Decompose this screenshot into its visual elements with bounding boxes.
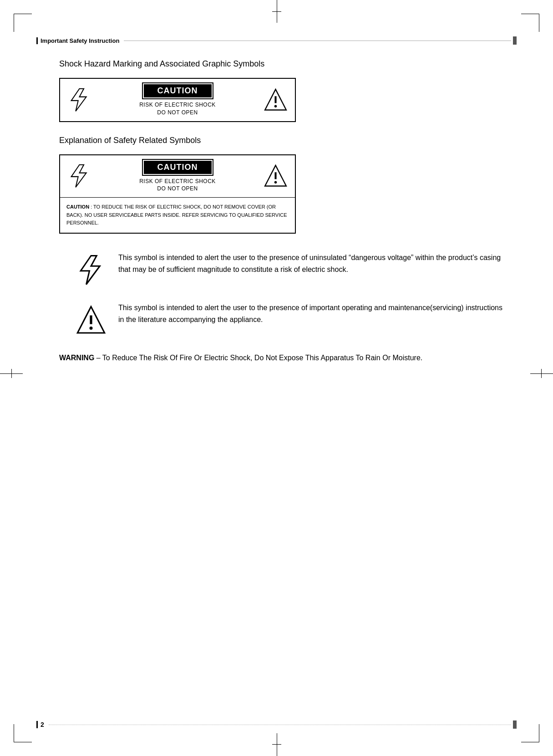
caution-box-1-right-icon <box>256 82 295 118</box>
symbol1-icon-container <box>73 254 109 286</box>
lightning-bolt-icon <box>67 87 92 112</box>
symbol1-description: This symbol is intended to alert the use… <box>73 252 507 286</box>
caution-line2: DO NOT OPEN <box>139 109 216 117</box>
caution-box-1-center: CAUTION RISK OF ELECTRIC SHOCK DO NOT OP… <box>99 79 256 121</box>
lightning-bolt-icon-2 <box>67 163 92 189</box>
caution-box-2-description: CAUTION : TO REDUCE THE RISK OF ELECTRIC… <box>60 198 295 233</box>
svg-rect-2 <box>274 96 276 103</box>
caution-box-2-top: CAUTION RISK OF ELECTRIC SHOCK DO NOT OP… <box>60 155 295 198</box>
corner-mark-br <box>521 724 539 742</box>
warning-section: WARNING – To Reduce The Risk Of Fire Or … <box>59 352 507 364</box>
svg-point-3 <box>274 105 277 107</box>
header-bar <box>513 36 517 45</box>
page: Important Safety Instruction Shock Hazar… <box>0 0 553 756</box>
exclamation-triangle-icon-2 <box>263 163 288 189</box>
exclamation-triangle-icon-3 <box>75 304 107 336</box>
warning-body: – To Reduce The Risk Of Fire Or Electric… <box>94 354 422 362</box>
page-number: 2 <box>36 721 44 728</box>
caution-line1: RISK OF ELECTRIC SHOCK <box>139 101 216 109</box>
caution-title-2: CAUTION <box>143 160 213 175</box>
svg-point-11 <box>90 327 93 330</box>
caution-desc-text: : TO REDUCE THE RISK OF ELECTRIC SHOCK, … <box>66 204 287 225</box>
crosshair-bottom <box>272 733 281 756</box>
caution-box-2-right-icon <box>256 158 295 194</box>
symbol2-description: This symbol is intended to alert the use… <box>73 302 507 336</box>
footer-line <box>49 725 511 725</box>
section2-title: Explanation of Safety Related Symbols <box>59 136 507 145</box>
symbol2-text: This symbol is intended to alert the use… <box>118 302 507 325</box>
caution-box-1: CAUTION RISK OF ELECTRIC SHOCK DO NOT OP… <box>59 78 296 122</box>
footer-bar <box>513 720 517 729</box>
caution-text-2: RISK OF ELECTRIC SHOCK DO NOT OPEN <box>139 178 216 193</box>
corner-mark-tl <box>14 14 32 32</box>
caution-bold-label: CAUTION <box>66 204 89 209</box>
symbol2-icon-container <box>73 304 109 336</box>
corner-mark-tr <box>521 14 539 32</box>
caution-box-2-left-icon <box>60 158 99 194</box>
svg-rect-10 <box>90 315 92 324</box>
corner-mark-bl <box>14 724 32 742</box>
caution-line2-1: RISK OF ELECTRIC SHOCK <box>139 178 216 185</box>
svg-marker-4 <box>71 165 86 188</box>
svg-rect-6 <box>274 173 276 179</box>
symbol1-text: This symbol is intended to alert the use… <box>118 252 507 275</box>
section1-title: Shock Hazard Marking and Associated Grap… <box>59 59 507 69</box>
lightning-bolt-icon-3 <box>75 254 107 286</box>
header: Important Safety Instruction <box>36 36 517 45</box>
caution-title-1: CAUTION <box>143 83 213 98</box>
svg-marker-8 <box>81 255 100 284</box>
caution-text-1: RISK OF ELECTRIC SHOCK DO NOT OPEN <box>139 101 216 117</box>
warning-label: WARNING <box>59 354 94 362</box>
crosshair-top <box>272 0 281 23</box>
warning-text: WARNING – To Reduce The Risk Of Fire Or … <box>59 352 422 364</box>
caution-box-2-center: CAUTION RISK OF ELECTRIC SHOCK DO NOT OP… <box>99 155 256 198</box>
caution-box-1-left-icon <box>60 82 99 118</box>
footer: 2 <box>36 720 517 729</box>
header-line <box>124 41 511 41</box>
main-content: Shock Hazard Marking and Associated Grap… <box>59 59 507 364</box>
header-label: Important Safety Instruction <box>36 37 119 44</box>
exclamation-triangle-icon <box>263 87 288 112</box>
caution-line2-2: DO NOT OPEN <box>139 185 216 193</box>
caution-box-2: CAUTION RISK OF ELECTRIC SHOCK DO NOT OP… <box>59 154 296 234</box>
svg-point-7 <box>274 181 277 184</box>
svg-marker-0 <box>71 89 86 112</box>
